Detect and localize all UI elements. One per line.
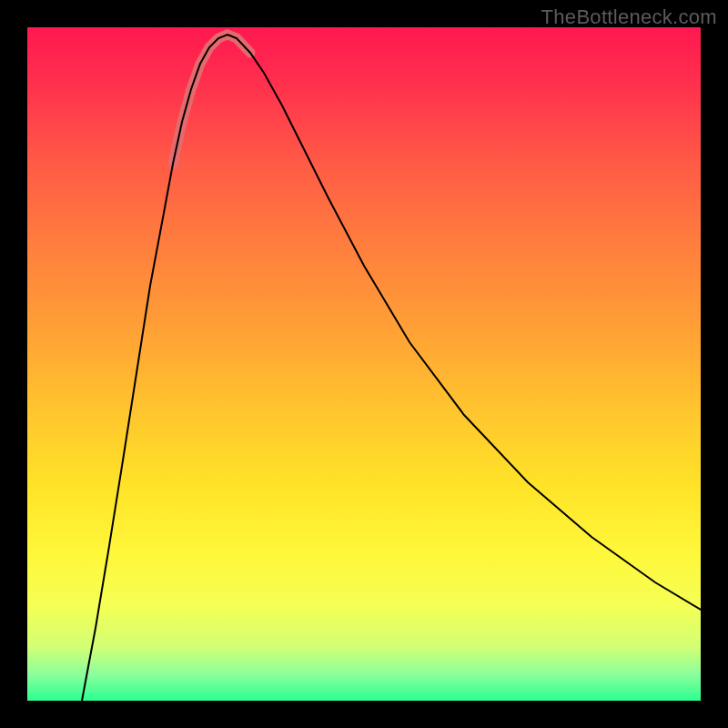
curve-highlight (173, 35, 250, 164)
chart-svg (27, 27, 701, 701)
chart-plot-area (27, 27, 701, 701)
watermark-text: TheBottleneck.com (541, 5, 717, 29)
